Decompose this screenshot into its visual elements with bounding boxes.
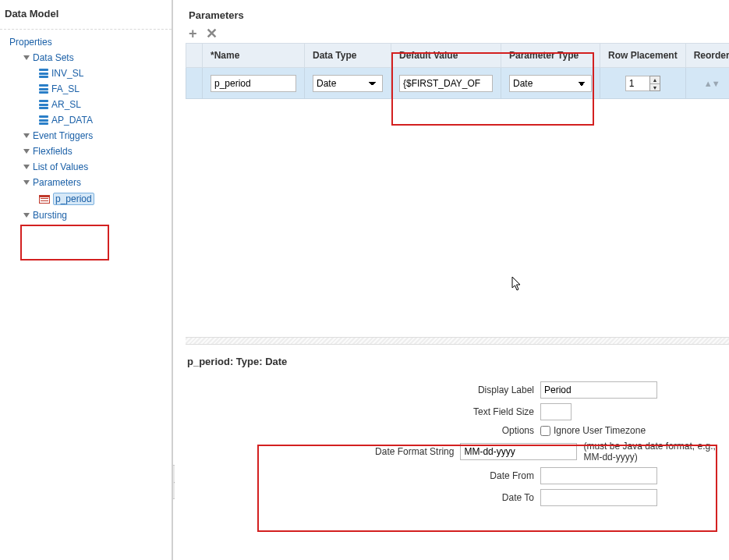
dataset-icon <box>39 100 48 109</box>
tree-node-list-of-values[interactable]: List of Values <box>9 159 172 175</box>
caret-down-icon[interactable] <box>23 133 30 138</box>
date-to-input[interactable] <box>540 489 657 506</box>
date-from-label: Date From <box>186 470 540 481</box>
row-placement-cell: ▲ ▼ <box>600 68 686 99</box>
row-default-value-cell <box>391 68 501 99</box>
row-select-cell[interactable] <box>186 68 203 99</box>
form-row-date-to: Date To <box>186 489 729 506</box>
form-row-date-format: Date Format String (must be Java date fo… <box>186 441 729 463</box>
ignore-timezone-checkbox[interactable] <box>540 426 550 436</box>
dataset-icon <box>39 115 48 125</box>
parameter-type-select[interactable]: Date <box>509 75 592 92</box>
form-row-options: Options Ignore User Timezone <box>186 425 729 436</box>
delete-icon[interactable]: ✕ <box>206 27 218 40</box>
detail-title: p_period: Type: Date <box>186 349 729 377</box>
main-title: Parameters <box>175 0 729 27</box>
main-content: Parameters + ✕ *Name Data Type Default V… <box>175 0 729 560</box>
caret-down-icon[interactable] <box>23 165 30 169</box>
parameters-link[interactable]: Parameters <box>33 177 81 188</box>
tree-node-data-sets[interactable]: Data Sets <box>9 50 172 66</box>
flexfields-link[interactable]: Flexfields <box>33 146 73 157</box>
name-input[interactable] <box>211 75 296 92</box>
row-placement-input[interactable] <box>625 76 650 91</box>
tree-leaf-ar-sl[interactable]: AR_SL <box>9 97 172 112</box>
caret-down-icon[interactable] <box>23 149 30 154</box>
caret-down-icon[interactable] <box>23 213 30 218</box>
tree-leaf-p-period[interactable]: p_period <box>9 190 172 207</box>
col-name: *Name <box>203 44 305 68</box>
dataset-link[interactable]: AP_DATA <box>51 115 93 126</box>
display-label-input[interactable] <box>540 381 657 399</box>
dataset-icon <box>39 69 48 78</box>
tree-root-properties[interactable]: Properties <box>9 34 172 50</box>
tree-leaf-ap-data[interactable]: AP_DATA <box>9 112 172 128</box>
col-default-value: Default Value <box>391 44 501 68</box>
form-row-display-label: Display Label <box>186 381 729 399</box>
dataset-link[interactable]: FA_SL <box>51 83 80 94</box>
ignore-timezone-text: Ignore User Timezone <box>554 425 646 436</box>
sidebar-title: Data Model <box>0 0 172 30</box>
horizontal-splitter[interactable] <box>186 337 729 345</box>
add-icon[interactable]: + <box>189 27 201 40</box>
tree-leaf-inv-sl[interactable]: INV_SL <box>9 66 172 81</box>
default-value-input[interactable] <box>399 75 493 92</box>
row-reorder-cell: ▲▼ <box>685 68 729 99</box>
spinner-buttons[interactable]: ▲ ▼ <box>649 76 660 91</box>
spinner-down-icon[interactable]: ▼ <box>650 84 660 91</box>
date-format-label: Date Format String <box>186 446 460 457</box>
parameter-detail-panel: p_period: Type: Date Display Label Text … <box>186 349 729 511</box>
p-period-link[interactable]: p_period <box>53 193 94 205</box>
caret-down-icon[interactable] <box>23 55 30 60</box>
date-format-hint: (must be Java date format, e.g., MM-dd-y… <box>583 441 729 463</box>
row-parameter-type-cell: Date <box>501 68 600 99</box>
date-from-input[interactable] <box>540 467 657 484</box>
nav-tree: Properties Data Sets INV_SL FA_SL AR_SL … <box>0 30 172 223</box>
form-row-text-field-size: Text Field Size <box>186 403 729 420</box>
table-row[interactable]: Date Date ▲ ▼ <box>186 68 730 99</box>
table-header-row: *Name Data Type Default Value Parameter … <box>186 44 730 68</box>
col-row-placement: Row Placement <box>600 44 686 68</box>
date-to-label: Date To <box>186 492 540 503</box>
data-type-select[interactable]: Date <box>313 75 383 92</box>
data-sets-link[interactable]: Data Sets <box>33 52 74 63</box>
col-data-type: Data Type <box>305 44 391 68</box>
tree-node-flexfields[interactable]: Flexfields <box>9 144 172 159</box>
spinner-up-icon[interactable]: ▲ <box>650 76 660 84</box>
text-field-size-label: Text Field Size <box>186 406 540 417</box>
tree-leaf-fa-sl[interactable]: FA_SL <box>9 81 172 97</box>
parameters-grid: *Name Data Type Default Value Parameter … <box>186 43 729 99</box>
dataset-link[interactable]: INV_SL <box>51 68 83 79</box>
tree-node-bursting[interactable]: Bursting <box>9 207 172 223</box>
toolbar: + ✕ <box>175 27 729 43</box>
col-reorder: Reorder <box>685 44 729 68</box>
row-name-cell <box>203 68 305 99</box>
dataset-link[interactable]: AR_SL <box>51 99 81 110</box>
col-select <box>186 44 203 68</box>
reorder-arrows-icon[interactable]: ▲▼ <box>704 79 720 88</box>
tree-node-event-triggers[interactable]: Event Triggers <box>9 128 172 144</box>
parameter-icon <box>39 195 50 204</box>
sidebar: Data Model Properties Data Sets INV_SL F… <box>0 0 173 560</box>
properties-link[interactable]: Properties <box>9 37 52 48</box>
bursting-link[interactable]: Bursting <box>33 210 67 221</box>
row-placement-spinner[interactable]: ▲ ▼ <box>625 76 660 91</box>
display-label-label: Display Label <box>186 385 540 395</box>
dataset-icon <box>39 84 48 94</box>
event-triggers-link[interactable]: Event Triggers <box>33 130 93 141</box>
options-label: Options <box>186 425 540 436</box>
col-parameter-type: Parameter Type <box>501 44 600 68</box>
form-row-date-from: Date From <box>186 467 729 484</box>
text-field-size-input[interactable] <box>540 403 572 420</box>
date-format-input[interactable] <box>460 443 577 460</box>
tree-node-parameters[interactable]: Parameters <box>9 175 172 190</box>
list-of-values-link[interactable]: List of Values <box>33 161 88 172</box>
row-data-type-cell: Date <box>305 68 391 99</box>
caret-down-icon[interactable] <box>23 180 30 185</box>
